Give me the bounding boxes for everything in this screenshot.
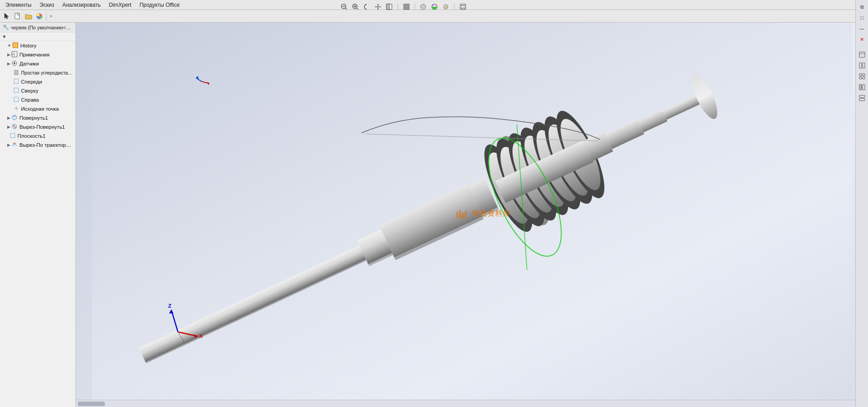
svg-rect-24 bbox=[463, 8, 465, 9]
toolbar-more-btn[interactable]: » bbox=[48, 14, 54, 19]
tree-item-cut-sweep3[interactable]: ▶ Вырез-По траектории3 bbox=[0, 140, 75, 150]
svg-point-54 bbox=[15, 108, 17, 109]
svg-rect-51 bbox=[14, 97, 19, 102]
color-picker-btn[interactable] bbox=[34, 11, 44, 21]
bottom-scrollbar[interactable] bbox=[76, 400, 868, 407]
watermark-logo-icon bbox=[456, 208, 469, 219]
menu-dimxpert[interactable]: DimXpert bbox=[105, 1, 135, 9]
cut-sweep3-icon bbox=[11, 141, 18, 149]
svg-rect-28 bbox=[863, 63, 865, 68]
notes-expander: ▶ bbox=[7, 52, 10, 57]
tree-item-material[interactable]: Простая углеродистая сталь bbox=[0, 68, 75, 77]
svg-rect-10 bbox=[387, 4, 389, 9]
sidebar: 🔧 червяк (По умолчанию<<По ум ▼ ▼ Histor… bbox=[0, 23, 76, 407]
svg-point-18 bbox=[443, 5, 448, 9]
tasks-btn1[interactable] bbox=[857, 50, 867, 60]
filter-row: ▼ bbox=[0, 33, 75, 41]
pointer-btn[interactable] bbox=[2, 11, 12, 21]
sensors-label: Датчики bbox=[19, 61, 39, 66]
separator2: | bbox=[414, 3, 416, 10]
tasks-btn5[interactable] bbox=[857, 93, 867, 103]
front-icon bbox=[13, 78, 19, 85]
cut-sweep3-expander: ▶ bbox=[7, 143, 10, 147]
tree-item-plane1[interactable]: Плоскость1 bbox=[0, 131, 75, 140]
svg-line-3 bbox=[345, 8, 347, 9]
notes-label: Примечания bbox=[19, 52, 49, 57]
revolve1-label: Повернуть1 bbox=[19, 115, 48, 121]
tree-item-history[interactable]: ▼ History bbox=[0, 41, 75, 50]
new-file-btn[interactable] bbox=[13, 11, 23, 21]
rotate-btn[interactable] bbox=[362, 2, 372, 12]
svg-rect-103 bbox=[457, 212, 458, 218]
part-title-label: червяк (По умолчанию<<По ум bbox=[11, 25, 73, 30]
tree-item-origin[interactable]: Исходная точка bbox=[0, 104, 75, 113]
svg-rect-22 bbox=[463, 5, 465, 6]
svg-rect-33 bbox=[859, 84, 862, 90]
tree-item-revolve1[interactable]: ▶ Повернуть1 bbox=[0, 113, 75, 122]
tasks-btn4[interactable] bbox=[857, 82, 867, 92]
svg-rect-30 bbox=[863, 74, 865, 76]
tree-item-top[interactable]: Сверху bbox=[0, 86, 75, 95]
zoom-out-btn[interactable] bbox=[339, 2, 349, 12]
svg-rect-34 bbox=[863, 84, 865, 90]
watermark-text: 智造资料库 bbox=[472, 209, 510, 219]
origin-expander bbox=[11, 107, 12, 111]
section-view-btn[interactable] bbox=[384, 2, 394, 12]
tree-item-front[interactable]: Спереди bbox=[0, 77, 75, 86]
svg-rect-27 bbox=[859, 63, 862, 68]
origin-label: Исходная точка bbox=[21, 106, 59, 112]
svg-text:X: X bbox=[199, 333, 203, 339]
render-btn[interactable] bbox=[441, 2, 451, 12]
filter-icon: ▼ bbox=[2, 34, 7, 39]
maximize-btn[interactable]: □ bbox=[857, 13, 867, 23]
svg-line-6 bbox=[357, 8, 358, 9]
cut-revolve1-icon bbox=[11, 123, 18, 131]
fullscreen-btn[interactable] bbox=[458, 2, 468, 12]
right-expander bbox=[11, 98, 12, 102]
tasks-btn3[interactable] bbox=[857, 71, 867, 81]
svg-rect-104 bbox=[459, 210, 461, 218]
menu-sketch[interactable]: Эскиз bbox=[36, 1, 58, 9]
svg-rect-25 bbox=[859, 52, 865, 57]
view-orient-btn[interactable] bbox=[401, 2, 411, 12]
svg-rect-105 bbox=[462, 213, 464, 218]
restore-window-btn[interactable]: ⧉ bbox=[857, 2, 867, 12]
tree-item-notes[interactable]: ▶ A Примечания bbox=[0, 50, 75, 59]
tree-item-cut-revolve1[interactable]: ▶ Вырез-Повернуть1 bbox=[0, 122, 75, 131]
menu-office[interactable]: Продукты Office bbox=[136, 1, 184, 9]
display-style-btn[interactable] bbox=[418, 2, 428, 12]
scroll-thumb[interactable] bbox=[78, 402, 105, 406]
right-panel: ⧉ □ — ✕ bbox=[855, 0, 868, 407]
plane1-icon bbox=[9, 132, 16, 140]
svg-rect-49 bbox=[14, 79, 19, 84]
history-expander: ▼ bbox=[7, 43, 11, 48]
material-label: Простая углеродистая сталь bbox=[21, 70, 74, 75]
right-label: Справа bbox=[21, 97, 39, 103]
tree-item-right[interactable]: Справа bbox=[0, 95, 75, 104]
revolve1-icon bbox=[11, 114, 18, 122]
notes-icon: A bbox=[11, 51, 18, 58]
revolve1-expander: ▶ bbox=[7, 116, 10, 120]
tree-item-sensors[interactable]: ▶ Датчики bbox=[0, 59, 75, 68]
open-file-btn[interactable] bbox=[24, 11, 33, 21]
pan-btn[interactable] bbox=[373, 2, 383, 12]
right-plane-icon bbox=[13, 96, 19, 103]
color-display-btn[interactable] bbox=[429, 2, 439, 12]
separator1: | bbox=[397, 3, 399, 10]
close-btn[interactable]: ✕ bbox=[857, 34, 867, 44]
toolbar-separator bbox=[46, 12, 47, 20]
viewport[interactable]: Z X 智造资料 bbox=[76, 23, 868, 407]
material-expander bbox=[11, 70, 12, 75]
tasks-btn2[interactable] bbox=[857, 61, 867, 70]
svg-rect-21 bbox=[461, 5, 462, 6]
menu-elements[interactable]: Элементы bbox=[2, 1, 35, 9]
svg-point-44 bbox=[14, 62, 15, 64]
top-icon bbox=[13, 87, 19, 94]
menu-analyze[interactable]: Анализировать bbox=[59, 1, 104, 9]
minimize-btn[interactable]: — bbox=[857, 23, 867, 33]
svg-rect-106 bbox=[465, 211, 467, 218]
svg-rect-20 bbox=[460, 4, 466, 9]
zoom-in-btn[interactable] bbox=[350, 2, 360, 12]
cut-revolve1-expander: ▶ bbox=[7, 125, 10, 129]
svg-rect-35 bbox=[859, 95, 865, 98]
